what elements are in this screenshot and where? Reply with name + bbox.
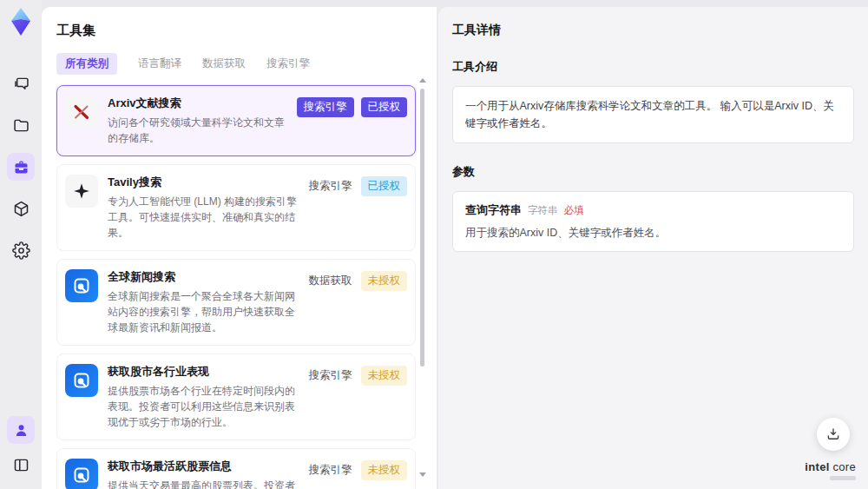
user-icon[interactable] [7, 416, 35, 444]
tool-description: 访问各个研究领域大量科学论文和文章的存储库。 [108, 115, 287, 146]
chat-icon[interactable] [7, 69, 35, 97]
news-app-icon [65, 364, 98, 397]
tool-description: 专为人工智能代理 (LLM) 构建的搜索引擎工具。可快速提供实时、准确和真实的结… [108, 194, 298, 241]
tool-card[interactable]: 获取市场最活跃股票信息提供当天交易量最高的股票列表。投资者可以利用这些信息来识别… [56, 448, 416, 489]
tool-detail-panel: 工具详情 工具介绍 一个用于从Arxiv存储库搜索科学论文和文章的工具。 输入可… [438, 7, 868, 489]
tool-list-panel: 工具集 所有类别语言翻译数据获取搜索引擎 Arxiv文献搜索访问各个研究领域大量… [42, 7, 437, 489]
toolbox-icon[interactable] [7, 153, 35, 181]
param-description: 用于搜索的Arxiv ID、关键字或作者姓名。 [465, 226, 841, 241]
tool-intro-box: 一个用于从Arxiv存储库搜索科学论文和文章的工具。 输入可以是Arxiv ID… [452, 86, 854, 143]
tool-card[interactable]: Arxiv文献搜索访问各个研究领域大量科学论文和文章的存储库。搜索引擎已授权 [56, 85, 416, 156]
news-app-icon [65, 269, 98, 302]
intro-heading: 工具介绍 [452, 59, 854, 75]
tool-tags: 搜索引擎未授权 [307, 364, 408, 430]
tool-name: 获取股市各行业表现 [108, 364, 298, 380]
cube-icon[interactable] [7, 195, 35, 222]
tool-description: 全球新闻搜索是一个聚合全球各大新闻网站内容的搜索引擎，帮助用户快速获取全球最新资… [108, 288, 298, 335]
tool-text: Tavily搜索专为人工智能代理 (LLM) 构建的搜索引擎工具。可快速提供实时… [108, 175, 298, 241]
tool-name: 全球新闻搜索 [108, 269, 298, 285]
tool-description: 提供股票市场各个行业在特定时间段内的表现。投资者可以利用这些信息来识别表现优于或… [108, 383, 298, 430]
settings-icon[interactable] [7, 236, 35, 264]
scrollbar-thumb[interactable] [420, 89, 424, 367]
intel-core-badge: intel core [805, 460, 856, 480]
tool-text: 获取股市各行业表现提供股票市场各个行业在特定时间段内的表现。投资者可以利用这些信… [108, 364, 298, 430]
tool-text: Arxiv文献搜索访问各个研究领域大量科学论文和文章的存储库。 [108, 96, 287, 146]
category-tag: 搜索引擎 [307, 460, 354, 480]
intel-ultra-bar [830, 476, 856, 480]
page-title: 工具集 [56, 23, 437, 39]
tool-name: Tavily搜索 [108, 175, 298, 190]
tool-text: 全球新闻搜索全球新闻搜索是一个聚合全球各大新闻网站内容的搜索引擎，帮助用户快速获… [108, 269, 298, 335]
download-button[interactable] [817, 418, 850, 451]
category-tag: 搜索引擎 [307, 176, 354, 196]
rail-nav [7, 69, 35, 264]
list-scrollbar[interactable] [418, 78, 426, 477]
tool-name: Arxiv文献搜索 [108, 96, 287, 111]
tool-tags: 搜索引擎未授权 [307, 459, 408, 489]
panel-toggle-icon[interactable] [7, 451, 35, 479]
tool-card[interactable]: 全球新闻搜索全球新闻搜索是一个聚合全球各大新闻网站内容的搜索引擎，帮助用户快速获… [56, 259, 416, 346]
tool-tags: 搜索引擎已授权 [297, 96, 408, 146]
tool-list: Arxiv文献搜索访问各个研究领域大量科学论文和文章的存储库。搜索引擎已授权Ta… [56, 85, 416, 489]
param-card: 查询字符串 字符串 必填 用于搜索的Arxiv ID、关键字或作者姓名。 [452, 191, 854, 252]
auth-status-badge: 未授权 [361, 271, 408, 291]
category-tag: 搜索引擎 [297, 97, 354, 117]
news-app-icon [65, 459, 98, 489]
arxiv-logo-icon [65, 96, 98, 129]
tool-text: 获取市场最活跃股票信息提供当天交易量最高的股票列表。投资者可以利用这些信息来识别… [108, 459, 298, 489]
app-logo [7, 7, 35, 36]
detail-title: 工具详情 [452, 23, 854, 38]
auth-status-badge: 未授权 [361, 460, 408, 480]
category-tab-0[interactable]: 所有类别 [56, 53, 117, 75]
category-tab-1[interactable]: 语言翻译 [138, 53, 181, 75]
icon-rail [0, 0, 42, 489]
tool-card[interactable]: 获取股市各行业表现提供股票市场各个行业在特定时间段内的表现。投资者可以利用这些信… [56, 354, 416, 440]
params-heading: 参数 [452, 164, 854, 180]
scroll-down-icon[interactable] [419, 472, 426, 477]
auth-status-badge: 未授权 [361, 366, 408, 386]
category-tabs: 所有类别语言翻译数据获取搜索引擎 [56, 53, 437, 75]
tool-tags: 数据获取未授权 [307, 269, 408, 335]
auth-status-badge: 已授权 [361, 97, 408, 117]
category-tab-3[interactable]: 搜索引擎 [266, 53, 310, 75]
param-type: 字符串 [528, 204, 558, 217]
category-tag: 数据获取 [307, 271, 354, 291]
param-name: 查询字符串 [465, 202, 522, 218]
intel-core-text: intel core [805, 460, 856, 473]
tavily-star-icon [65, 175, 98, 208]
tool-description: 提供当天交易量最高的股票列表。投资者可以利用这些信息来识别流动性强的股票和潜在的… [108, 478, 298, 489]
tool-card[interactable]: Tavily搜索专为人工智能代理 (LLM) 构建的搜索引擎工具。可快速提供实时… [56, 164, 416, 251]
auth-status-badge: 已授权 [361, 176, 408, 196]
download-icon [825, 426, 841, 442]
rail-bottom [7, 416, 35, 479]
tool-tags: 搜索引擎已授权 [307, 175, 408, 241]
param-header: 查询字符串 字符串 必填 [465, 202, 841, 218]
folder-icon[interactable] [7, 111, 35, 139]
tool-name: 获取市场最活跃股票信息 [108, 459, 298, 474]
param-required-badge: 必填 [564, 204, 584, 217]
category-tab-2[interactable]: 数据获取 [202, 53, 246, 75]
category-tag: 搜索引擎 [307, 366, 354, 386]
scroll-up-icon[interactable] [419, 78, 426, 83]
